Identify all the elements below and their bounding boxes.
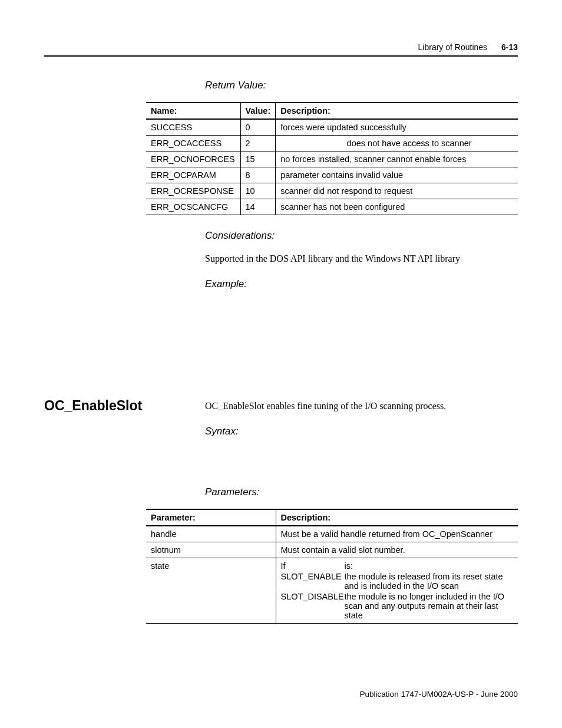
param-name: handle (146, 526, 276, 542)
rv-value: 2 (240, 136, 276, 151)
param-desc: Must contain a valid slot number. (276, 542, 518, 558)
footer-publication: Publication 1747-UM002A-US-P - June 2000 (360, 690, 518, 699)
rv-name: ERR_OCSCANCFG (146, 199, 240, 215)
col-value-header: Value: (240, 103, 276, 119)
rv-desc: scanner did not respond to request (276, 183, 518, 199)
rv-name: ERR_OCACCESS (146, 136, 240, 151)
section-title: OC_EnableSlot (44, 398, 142, 414)
table-row: handle Must be a valid handle returned f… (146, 526, 518, 542)
table-row: ERR_OCSCANCFG 14 scanner has not been co… (146, 199, 518, 215)
header-section: Library of Routines (418, 42, 488, 52)
rv-desc: parameter contains invalid value (276, 167, 518, 183)
param-col-header: Parameter: (146, 509, 276, 526)
table-row: ERR_OCNOFORCES 15 no forces installed, s… (146, 151, 518, 167)
rv-desc: scanner has not been configured (276, 199, 518, 215)
col-desc-header: Description: (276, 103, 518, 119)
rv-value: 0 (240, 119, 276, 136)
rv-value: 10 (240, 183, 276, 199)
rv-name: ERR_OCPARAM (146, 167, 240, 183)
rv-name: SUCCESS (146, 119, 240, 136)
state-is: is: (345, 561, 514, 571)
rv-desc: forces were updated successfully (276, 119, 518, 136)
section-intro: OC_EnableSlot enables fine tuning of the… (205, 400, 518, 413)
rv-value: 14 (240, 199, 276, 215)
param-desc: If is: SLOT_ENABLE the module is release… (276, 558, 518, 624)
table-row: SUCCESS 0 forces were updated successful… (146, 119, 518, 136)
param-desc-header: Description: (276, 509, 518, 526)
table-row: slotnum Must contain a valid slot number… (146, 542, 518, 558)
state-if: If (281, 561, 345, 571)
header-rule (44, 55, 518, 57)
return-value-table: Name: Value: Description: SUCCESS 0 forc… (146, 102, 518, 215)
content-block-1: Return Value: Name: Value: Description: … (146, 80, 518, 301)
param-desc: Must be a valid handle returned from OC_… (276, 526, 518, 542)
considerations-text: Supported in the DOS API library and the… (205, 252, 518, 265)
table-row: ERR_OCPARAM 8 parameter contains invalid… (146, 167, 518, 183)
rv-desc: no forces installed, scanner cannot enab… (276, 151, 518, 167)
rv-desc: does not have access to scanner (276, 136, 518, 151)
parameters-table: Parameter: Description: handle Must be a… (146, 509, 518, 624)
example-heading: Example: (205, 278, 518, 290)
state-enable-desc: the module is released from its reset st… (345, 572, 514, 591)
rv-value: 15 (240, 151, 276, 167)
state-disable-desc: the module is no longer included in the … (345, 592, 514, 620)
rv-name: ERR_OCNOFORCES (146, 151, 240, 167)
considerations-heading: Considerations: (205, 230, 518, 242)
syntax-heading: Syntax: (205, 426, 518, 437)
return-value-heading: Return Value: (205, 80, 518, 91)
table-row: ERR_OCRESPONSE 10 scanner did not respon… (146, 183, 518, 199)
parameters-heading: Parameters: (205, 486, 518, 498)
param-name: state (146, 558, 276, 624)
rv-value: 8 (240, 167, 276, 183)
state-enable-label: SLOT_ENABLE (281, 572, 345, 591)
col-name-header: Name: (146, 103, 240, 119)
header-pagenum: 6-13 (501, 42, 518, 52)
state-disable-label: SLOT_DISABLE (281, 592, 345, 620)
param-name: slotnum (146, 542, 276, 558)
table-row: state If is: SLOT_ENABLE the module is r… (146, 558, 518, 624)
table-row: ERR_OCACCESS 2 does not have access to s… (146, 136, 518, 151)
content-block-2: OC_EnableSlot enables fine tuning of the… (205, 400, 518, 638)
rv-name: ERR_OCRESPONSE (146, 183, 240, 199)
page-header: Library of Routines 6-13 (418, 42, 518, 52)
